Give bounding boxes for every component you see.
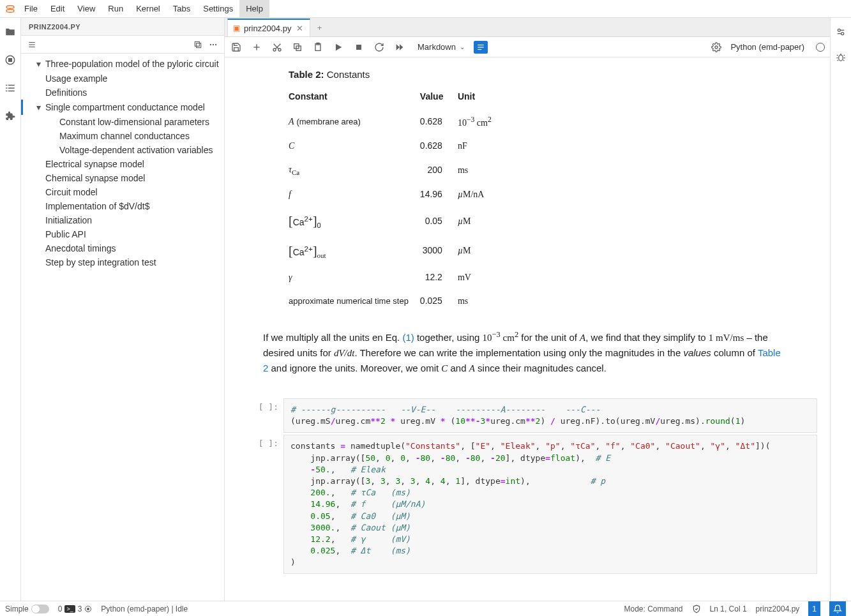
toc-item[interactable]: Electrical synapse model [21,157,224,171]
side-panel-title: PRINZ2004.PY [21,18,224,36]
restart-icon[interactable] [373,41,386,54]
toc-item[interactable]: Public API [21,227,224,241]
render-icon[interactable] [474,41,488,54]
code-body[interactable]: constants = namedtuple("Constants", ["E"… [283,435,817,574]
cell-prompt: [ ]: [237,398,283,433]
toc-item[interactable]: Usage example [21,71,224,86]
toc-item[interactable]: ▾Three-population model of the pyloric c… [21,56,224,71]
table-row: approximate numerical time step0.025ms [289,289,503,313]
paste-icon[interactable] [312,41,324,54]
toc-item-label: Electrical synapse model [45,159,144,169]
svg-point-36 [838,29,840,31]
save-icon[interactable] [230,41,243,54]
toc-item-label: Single compartment conductance model [45,102,205,112]
trusted-icon[interactable] [692,605,701,613]
menu-tabs[interactable]: Tabs [167,0,197,17]
code-body[interactable]: # ------g---------- --V-E-- ---------A--… [283,398,817,433]
cell-type-select[interactable]: Markdown ⌄ [414,41,466,52]
notebook-content[interactable]: Table 2: Constants ConstantValueUnit A (… [225,57,830,601]
toc-item[interactable]: Step by step integration test [21,255,224,269]
toc-item[interactable]: ▾Single compartment conductance model [21,100,224,115]
svg-rect-6 [6,87,7,89]
table-row: [Ca2+]00.05µM [289,206,503,236]
toc-item[interactable]: Definitions [21,86,224,100]
terminals-count[interactable]: 0 >_ 3 [58,605,93,613]
menu-view[interactable]: View [71,0,102,17]
run-icon[interactable] [332,41,345,54]
menu-kernel[interactable]: Kernel [130,0,167,17]
toc-item[interactable]: Implementation of $dV/dt$ [21,199,224,213]
toc-tree[interactable]: ▾Three-population model of the pyloric c… [21,54,224,601]
copy-icon[interactable] [291,41,304,54]
kernel-status-text[interactable]: Python (emd-paper) | Idle [101,605,188,613]
bell-icon[interactable] [829,601,846,617]
kernel-name[interactable]: Python (emd-paper) [730,42,804,52]
explanation-paragraph: If we multiply all the units en Eq. (1) … [263,328,787,376]
menu-file[interactable]: File [18,0,44,17]
menubar: FileEditViewRunKernelTabsSettingsHelp [0,0,851,18]
file-name-status: prinz2004.py [756,605,800,613]
svg-line-47 [843,60,844,61]
toc-item[interactable]: Initialization [21,213,224,227]
table-row: C0.628nF [289,134,503,158]
toc-item[interactable]: Circuit model [21,185,224,199]
code-cell-1[interactable]: [ ]: # ------g---------- --V-E-- -------… [237,398,817,433]
variable-inspector-icon[interactable] [710,41,723,54]
svg-line-46 [838,60,838,61]
svg-point-0 [6,5,14,8]
table-row: γ12.2mV [289,266,503,289]
svg-rect-8 [6,91,7,92]
toc-item-label: Chemical synapse model [45,173,145,183]
svg-rect-3 [9,59,12,62]
notification-badge[interactable]: 1 [808,601,820,617]
toc-item-label: Anecdotal timings [45,243,116,253]
status-bar: Simple 0 >_ 3 Python (emd-paper) | Idle … [0,601,851,616]
add-cell-icon[interactable] [250,41,263,54]
jupyter-logo [3,0,18,17]
toc-item-label: Constant low-dimensional parameters [59,117,209,127]
chevron-down-icon: ▾ [31,58,45,70]
svg-rect-9 [8,91,15,92]
toc-item-label: Three-population model of the pyloric ci… [45,59,219,69]
run-all-icon[interactable] [393,41,406,54]
chevron-down-icon: ▾ [31,101,45,113]
more-icon[interactable] [207,39,219,50]
toc-item-label: Definitions [45,87,87,98]
svg-point-40 [839,55,843,61]
side-panel: PRINZ2004.PY ▾Three-population model of … [21,18,225,601]
notebook-toolbar: Markdown ⌄ Python (emd-paper) [225,37,830,57]
menu-help[interactable]: Help [239,0,269,17]
toc-item[interactable]: Anecdotal timings [21,241,224,255]
collapse-icon[interactable] [192,39,204,50]
toc-item[interactable]: Maximum channel conductances [21,129,224,143]
close-icon[interactable]: ✕ [295,24,305,33]
python-file-icon: ▣ [233,24,240,33]
svg-rect-29 [356,45,361,50]
list-icon[interactable] [26,39,38,50]
table-caption: Table 2: Constants [289,68,787,82]
tab-prinz2004[interactable]: ▣ prinz2004.py ✕ [227,19,310,36]
simple-toggle[interactable]: Simple [5,605,49,613]
code-cell-2[interactable]: [ ]: constants = namedtuple("Constants",… [237,435,817,574]
debug-icon[interactable] [834,51,847,64]
add-tab-button[interactable]: + [310,19,328,36]
table-row: [Ca2+]out3000µM [289,236,503,266]
svg-point-37 [841,33,844,35]
toc-item[interactable]: Voltage-dependent activation variables [21,143,224,157]
cut-icon[interactable] [271,41,283,54]
stop-icon[interactable] [352,41,365,54]
svg-rect-14 [197,43,201,47]
kernel-status-icon[interactable] [816,43,825,52]
menu-run[interactable]: Run [102,0,130,17]
settings-icon[interactable] [834,26,847,38]
folder-icon[interactable] [4,26,17,38]
toc-item-label: Initialization [45,215,92,225]
running-icon[interactable] [4,54,17,66]
toc-item[interactable]: Chemical synapse model [21,171,224,185]
extensions-icon[interactable] [4,110,17,123]
toc-icon[interactable] [4,82,17,94]
menu-edit[interactable]: Edit [44,0,71,17]
menu-settings[interactable]: Settings [197,0,239,17]
toc-item[interactable]: Constant low-dimensional parameters [21,115,224,129]
toc-toolbar [21,36,224,54]
